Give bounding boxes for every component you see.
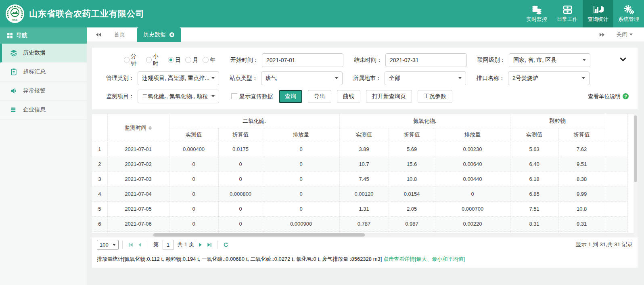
nav-label: 系统管理 [618, 16, 639, 23]
sidebar-item-enterprise-info[interactable]: 企业信息 [0, 101, 87, 119]
results-panel: 监测时间 二氧化硫. 氮氧化物. 颗粒物 实测值 [92, 114, 638, 268]
cell: 0 [169, 187, 218, 201]
cell [605, 201, 627, 216]
mgmt-category-select[interactable]: 违规项目, 高架源, 重点排... [138, 71, 219, 85]
table-group-header-row: 监测时间 二氧化硫. 氮氧化物. 颗粒物 [92, 114, 627, 128]
company-title: 山东省联合农药工业有限公司 [29, 8, 144, 19]
curve-button[interactable]: 曲线 [337, 90, 360, 103]
cell: 0.000700 [435, 201, 510, 216]
first-page-button[interactable] [126, 240, 135, 249]
cell: 0.00220 [435, 216, 510, 231]
time-column-header[interactable]: 监测时间 [107, 114, 169, 142]
nav-realtime-monitor[interactable]: 实时监控 [521, 0, 552, 27]
prev-page-button[interactable] [135, 240, 144, 249]
cell: 0 [169, 172, 218, 187]
select-value: 全部 [389, 75, 400, 82]
unit-help-link[interactable]: 查看单位说明 ? [588, 93, 629, 100]
end-time-input[interactable] [390, 57, 462, 63]
monitor-item-select[interactable]: 二氧化硫., 氮氧化物., 颗粒 [138, 90, 219, 103]
cell: 1.31 [339, 201, 389, 216]
next-page-button[interactable] [196, 240, 205, 249]
sub-header: 排放量 [263, 128, 339, 142]
close-tabs-menu[interactable]: 关闭 [616, 31, 633, 38]
row-index: 6 [92, 216, 107, 231]
filter-row-3: 监测项目： 二氧化硫., 氮氧化物., 颗粒 显示直传数据 查询 导出 曲线 打… [94, 87, 638, 105]
query-button[interactable]: 查询 [279, 90, 302, 103]
radio-icon [168, 57, 174, 63]
divider [217, 241, 218, 249]
nav-system-management[interactable]: 系统管理 [613, 0, 644, 27]
list-icon [10, 106, 18, 114]
scrollbar-thumb[interactable] [634, 115, 637, 182]
scrollbar-thumb[interactable] [153, 233, 365, 237]
period-radio-group: 分钟 小时 日 月 [124, 53, 220, 67]
cell [605, 172, 627, 187]
pagination-bar: 100 第 共 1 页 [92, 237, 638, 252]
site-type-select[interactable]: 废气 [261, 71, 343, 85]
cell: 0.987 [389, 216, 435, 231]
city-select[interactable]: 全部 [385, 71, 466, 85]
filter-row-1: 分钟 小时 日 月 [94, 51, 638, 69]
nav-daily-work[interactable]: 日常工作 [552, 0, 583, 27]
tab-home[interactable]: 首页 [114, 31, 125, 38]
tabs-scroll-right-icon[interactable] [599, 32, 605, 37]
nav-query-statistics[interactable]: 查询统计 [583, 0, 613, 27]
period-radio[interactable]: 月 [185, 57, 198, 64]
close-icon[interactable] [169, 32, 175, 38]
end-time-field [385, 53, 467, 67]
page-size-select[interactable]: 100 [97, 240, 119, 250]
last-page-button[interactable] [205, 240, 214, 249]
period-radio[interactable]: 分钟 [124, 53, 142, 67]
page-number-input[interactable] [163, 240, 174, 249]
radio-icon [124, 57, 130, 63]
period-radio[interactable]: 日 [168, 57, 181, 64]
refresh-button[interactable] [222, 240, 230, 249]
radio-label: 年 [210, 57, 215, 64]
cell: 9.51 [558, 157, 605, 172]
divider [148, 241, 148, 249]
cell: 7.62 [558, 142, 605, 157]
sidebar-item-abnormal-alarm[interactable]: 异常报警 [0, 82, 87, 101]
chevron-down-icon [458, 77, 462, 79]
sidebar-item-exceedance-summary[interactable]: 超标汇总 [0, 63, 87, 82]
start-time-input[interactable] [266, 57, 339, 63]
cell: 0.000900 [263, 216, 339, 231]
sidebar: 导航 历史数据 超标汇总 异常报警 [0, 27, 87, 285]
outlet-name-select[interactable]: 2号焚烧炉 [508, 71, 590, 85]
brand: MEE 山东省联合农药工业有限公司 [0, 4, 144, 23]
tabs-scroll-left-icon[interactable] [96, 32, 102, 37]
period-radio[interactable]: 小时 [146, 53, 164, 67]
cell: 5.69 [389, 142, 435, 157]
direct-data-checkbox[interactable]: 显示直传数据 [231, 93, 273, 100]
mgmt-category-label: 管理类别： [94, 75, 134, 82]
sidebar-title: 导航 [16, 32, 27, 39]
open-new-query-button[interactable]: 打开新查询页 [366, 90, 412, 103]
page-prefix-label: 第 [153, 241, 159, 248]
start-time-field [262, 53, 343, 67]
filter-row-2: 管理类别： 违规项目, 高架源, 重点排... 站点类型： 废气 所属地市： 全… [94, 69, 638, 87]
table-row: 6 2021-07-06 0 0 0.000900 0.787 0.987 0.… [92, 216, 627, 231]
cell: 0 [169, 201, 218, 216]
vertical-scrollbar[interactable] [634, 114, 638, 237]
network-level-select[interactable]: 国家, 省, 市, 区县 [509, 53, 590, 67]
horizontal-scrollbar[interactable] [92, 233, 634, 237]
period-radio[interactable]: 年 [203, 57, 215, 64]
sidebar-item-history-data[interactable]: 历史数据 [0, 44, 87, 63]
view-details-link[interactable]: 点击查看详情[最大、最小和平均值] [383, 256, 465, 262]
cell: 8.31 [510, 216, 558, 231]
cell: 9.99 [558, 187, 605, 201]
cell: 9.31 [558, 216, 605, 231]
time-header-label: 监测时间 [125, 124, 146, 132]
cell: 0.000400 [169, 142, 218, 157]
cell: 0 [218, 157, 263, 172]
collapse-filters-icon[interactable] [620, 56, 626, 63]
export-button[interactable]: 导出 [308, 90, 331, 103]
working-params-button[interactable]: 工况参数 [418, 90, 452, 103]
tab-history-data[interactable]: 历史数据 [137, 27, 181, 42]
radio-icon [203, 57, 209, 63]
svg-text:MEE: MEE [12, 19, 17, 21]
cell: 0 [263, 157, 339, 172]
nav-label: 查询统计 [588, 16, 608, 23]
row-date: 2021-07-06 [107, 216, 169, 231]
cell: 6.18 [510, 172, 558, 187]
